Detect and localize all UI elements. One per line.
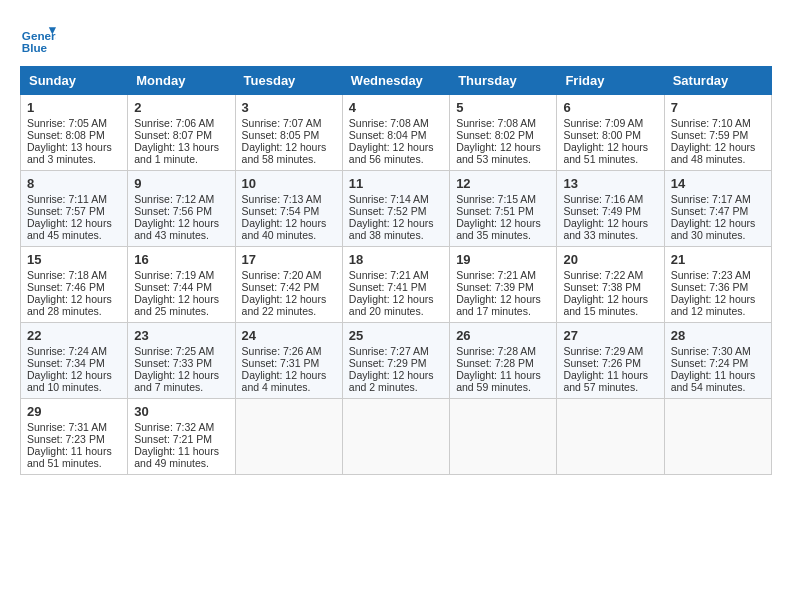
cell-line: and 59 minutes. [456, 381, 550, 393]
cell-line: and 30 minutes. [671, 229, 765, 241]
cell-line: Daylight: 11 hours [456, 369, 550, 381]
day-number: 28 [671, 328, 765, 343]
day-number: 3 [242, 100, 336, 115]
day-number: 16 [134, 252, 228, 267]
day-number: 21 [671, 252, 765, 267]
header-cell-thursday: Thursday [450, 67, 557, 95]
calendar-cell: 25Sunrise: 7:27 AMSunset: 7:29 PMDayligh… [342, 323, 449, 399]
cell-line: Daylight: 12 hours [349, 369, 443, 381]
header-cell-saturday: Saturday [664, 67, 771, 95]
cell-line: Sunset: 7:26 PM [563, 357, 657, 369]
calendar-cell: 18Sunrise: 7:21 AMSunset: 7:41 PMDayligh… [342, 247, 449, 323]
cell-line: Sunrise: 7:09 AM [563, 117, 657, 129]
cell-line: Sunset: 7:29 PM [349, 357, 443, 369]
cell-line: Daylight: 12 hours [349, 293, 443, 305]
calendar-cell: 27Sunrise: 7:29 AMSunset: 7:26 PMDayligh… [557, 323, 664, 399]
day-number: 6 [563, 100, 657, 115]
day-number: 2 [134, 100, 228, 115]
cell-line: and 53 minutes. [456, 153, 550, 165]
cell-line: Sunset: 7:23 PM [27, 433, 121, 445]
calendar-cell [557, 399, 664, 475]
cell-line: Sunset: 7:31 PM [242, 357, 336, 369]
cell-line: Sunrise: 7:28 AM [456, 345, 550, 357]
cell-line: and 7 minutes. [134, 381, 228, 393]
cell-line: Sunrise: 7:26 AM [242, 345, 336, 357]
calendar-cell: 11Sunrise: 7:14 AMSunset: 7:52 PMDayligh… [342, 171, 449, 247]
cell-line: and 4 minutes. [242, 381, 336, 393]
cell-line: Daylight: 12 hours [671, 141, 765, 153]
calendar-cell: 24Sunrise: 7:26 AMSunset: 7:31 PMDayligh… [235, 323, 342, 399]
calendar-cell: 21Sunrise: 7:23 AMSunset: 7:36 PMDayligh… [664, 247, 771, 323]
day-number: 10 [242, 176, 336, 191]
day-number: 22 [27, 328, 121, 343]
cell-line: Sunset: 7:33 PM [134, 357, 228, 369]
calendar-table: SundayMondayTuesdayWednesdayThursdayFrid… [20, 66, 772, 475]
cell-line: Daylight: 13 hours [27, 141, 121, 153]
day-number: 23 [134, 328, 228, 343]
cell-line: Sunrise: 7:10 AM [671, 117, 765, 129]
calendar-week-3: 15Sunrise: 7:18 AMSunset: 7:46 PMDayligh… [21, 247, 772, 323]
calendar-cell: 30Sunrise: 7:32 AMSunset: 7:21 PMDayligh… [128, 399, 235, 475]
cell-line: and 56 minutes. [349, 153, 443, 165]
calendar-cell [235, 399, 342, 475]
cell-line: Sunset: 7:52 PM [349, 205, 443, 217]
cell-line: Sunset: 7:56 PM [134, 205, 228, 217]
day-number: 25 [349, 328, 443, 343]
header-cell-monday: Monday [128, 67, 235, 95]
cell-line: Daylight: 12 hours [134, 369, 228, 381]
cell-line: Sunrise: 7:08 AM [456, 117, 550, 129]
cell-line: Sunset: 7:38 PM [563, 281, 657, 293]
calendar-cell: 7Sunrise: 7:10 AMSunset: 7:59 PMDaylight… [664, 95, 771, 171]
cell-line: Daylight: 12 hours [349, 141, 443, 153]
cell-line: and 43 minutes. [134, 229, 228, 241]
calendar-week-4: 22Sunrise: 7:24 AMSunset: 7:34 PMDayligh… [21, 323, 772, 399]
cell-line: and 33 minutes. [563, 229, 657, 241]
day-number: 24 [242, 328, 336, 343]
day-number: 5 [456, 100, 550, 115]
page-header: General Blue [20, 20, 772, 56]
calendar-cell: 26Sunrise: 7:28 AMSunset: 7:28 PMDayligh… [450, 323, 557, 399]
calendar-cell: 15Sunrise: 7:18 AMSunset: 7:46 PMDayligh… [21, 247, 128, 323]
cell-line: Sunset: 8:00 PM [563, 129, 657, 141]
calendar-header-row: SundayMondayTuesdayWednesdayThursdayFrid… [21, 67, 772, 95]
cell-line: Daylight: 12 hours [242, 141, 336, 153]
cell-line: Sunset: 7:24 PM [671, 357, 765, 369]
calendar-cell: 1Sunrise: 7:05 AMSunset: 8:08 PMDaylight… [21, 95, 128, 171]
calendar-cell: 14Sunrise: 7:17 AMSunset: 7:47 PMDayligh… [664, 171, 771, 247]
cell-line: Sunrise: 7:08 AM [349, 117, 443, 129]
cell-line: Sunrise: 7:15 AM [456, 193, 550, 205]
cell-line: and 12 minutes. [671, 305, 765, 317]
cell-line: and 1 minute. [134, 153, 228, 165]
cell-line: Sunrise: 7:17 AM [671, 193, 765, 205]
day-number: 1 [27, 100, 121, 115]
calendar-cell: 23Sunrise: 7:25 AMSunset: 7:33 PMDayligh… [128, 323, 235, 399]
cell-line: Daylight: 12 hours [671, 293, 765, 305]
calendar-cell: 13Sunrise: 7:16 AMSunset: 7:49 PMDayligh… [557, 171, 664, 247]
cell-line: Daylight: 12 hours [134, 293, 228, 305]
cell-line: Sunrise: 7:32 AM [134, 421, 228, 433]
cell-line: Daylight: 12 hours [27, 369, 121, 381]
cell-line: Sunrise: 7:19 AM [134, 269, 228, 281]
cell-line: Sunrise: 7:24 AM [27, 345, 121, 357]
cell-line: Sunrise: 7:20 AM [242, 269, 336, 281]
cell-line: Sunrise: 7:06 AM [134, 117, 228, 129]
cell-line: and 3 minutes. [27, 153, 121, 165]
cell-line: Sunrise: 7:30 AM [671, 345, 765, 357]
cell-line: Sunset: 8:02 PM [456, 129, 550, 141]
cell-line: and 45 minutes. [27, 229, 121, 241]
cell-line: Sunrise: 7:31 AM [27, 421, 121, 433]
day-number: 30 [134, 404, 228, 419]
cell-line: Daylight: 11 hours [563, 369, 657, 381]
cell-line: Daylight: 12 hours [456, 141, 550, 153]
cell-line: Daylight: 12 hours [563, 141, 657, 153]
day-number: 19 [456, 252, 550, 267]
day-number: 7 [671, 100, 765, 115]
header-cell-tuesday: Tuesday [235, 67, 342, 95]
cell-line: Sunrise: 7:22 AM [563, 269, 657, 281]
cell-line: Daylight: 12 hours [27, 217, 121, 229]
cell-line: Sunset: 7:49 PM [563, 205, 657, 217]
calendar-cell: 16Sunrise: 7:19 AMSunset: 7:44 PMDayligh… [128, 247, 235, 323]
cell-line: and 15 minutes. [563, 305, 657, 317]
cell-line: Daylight: 12 hours [27, 293, 121, 305]
cell-line: Sunset: 7:42 PM [242, 281, 336, 293]
